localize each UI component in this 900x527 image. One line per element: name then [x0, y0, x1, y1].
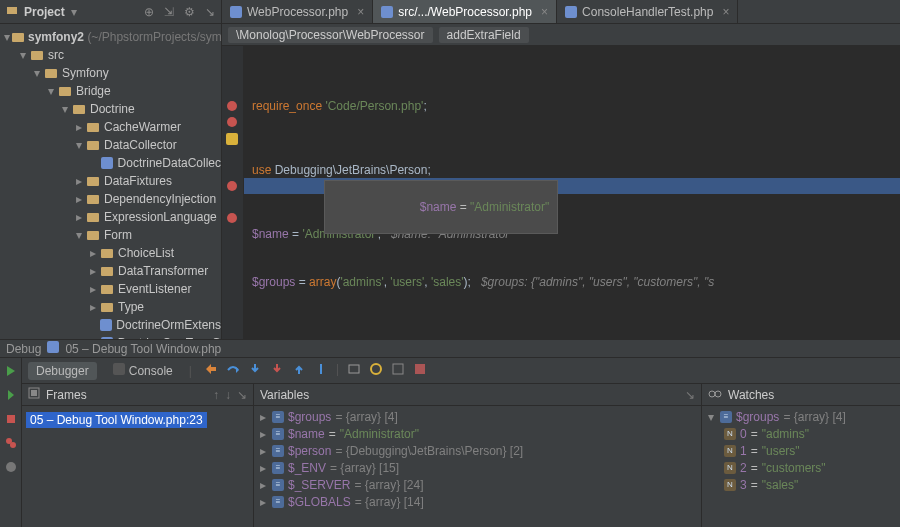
settings-icon[interactable] — [369, 362, 383, 379]
rerun-icon[interactable] — [4, 364, 18, 378]
crumb-class[interactable]: \Monolog\Processor\WebProcessor — [228, 27, 433, 43]
svg-rect-3 — [45, 69, 57, 78]
watches-pane: Watches ▾≡ $groups = {array} [4] N0 = "a… — [702, 384, 900, 527]
svg-rect-12 — [87, 231, 99, 240]
variables-title: Variables — [260, 388, 309, 402]
tab-debugger[interactable]: Debugger — [28, 362, 97, 380]
close-icon[interactable]: × — [722, 5, 729, 19]
tree-item[interactable]: ▸DataTransformer — [0, 262, 221, 280]
tree-item[interactable]: ▸DependencyInjection — [0, 190, 221, 208]
mute-bp-icon[interactable] — [4, 460, 18, 474]
svg-rect-35 — [31, 390, 37, 396]
php-file-icon — [230, 6, 242, 18]
svg-rect-28 — [113, 363, 125, 375]
tree-item[interactable]: ▾Form — [0, 226, 221, 244]
watch-item[interactable]: N1 = "users" — [706, 442, 896, 459]
svg-rect-13 — [101, 249, 113, 258]
breakpoint-icon[interactable] — [227, 181, 237, 191]
watches-title: Watches — [728, 388, 774, 402]
tree-item[interactable]: ▸DataFixtures — [0, 172, 221, 190]
show-exec-point-icon[interactable] — [204, 362, 218, 379]
force-step-into-icon[interactable] — [270, 362, 284, 379]
thread-next-icon[interactable]: ↓ — [225, 388, 231, 402]
watch-item[interactable]: N2 = "customers" — [706, 459, 896, 476]
svg-rect-15 — [101, 285, 113, 294]
tree-src[interactable]: ▾ src — [0, 46, 221, 64]
stop-icon[interactable] — [4, 412, 18, 426]
breakpoint-icon[interactable] — [227, 213, 237, 223]
frame-row[interactable]: 05 – Debug Tool Window.php:23 — [26, 412, 207, 428]
tab-console[interactable]: Console — [105, 361, 181, 380]
project-title: Project — [24, 5, 65, 19]
frames-title: Frames — [46, 388, 87, 402]
svg-rect-23 — [47, 341, 59, 353]
svg-rect-4 — [59, 87, 71, 96]
editor-tab[interactable]: src/.../WebProcessor.php× — [373, 0, 557, 23]
intention-bulb-icon[interactable] — [226, 133, 238, 145]
crumb-method[interactable]: addExtraField — [439, 27, 529, 43]
svg-rect-30 — [349, 365, 359, 373]
tree-item[interactable]: ▾Bridge — [0, 82, 221, 100]
svg-rect-17 — [100, 319, 112, 331]
tree-item[interactable]: ▸ExpressionLanguage — [0, 208, 221, 226]
tree-item[interactable]: ▸CacheWarmer — [0, 118, 221, 136]
variable-row[interactable]: ▸≡$_SERVER = {array} [24] — [258, 476, 697, 493]
close-icon[interactable]: × — [541, 5, 548, 19]
tree-root[interactable]: ▾ symfony2 (~/PhpstormProjects/symfo — [0, 28, 221, 46]
watch-item[interactable]: N3 = "sales" — [706, 476, 896, 493]
breadcrumb[interactable]: \Monolog\Processor\WebProcessor addExtra… — [222, 24, 900, 46]
step-out-icon[interactable] — [292, 362, 306, 379]
debug-session-label[interactable]: Debug 05 – Debug Tool Window.php — [0, 339, 900, 357]
tree-item[interactable]: ▸ChoiceList — [0, 244, 221, 262]
evaluate-icon[interactable] — [347, 362, 361, 379]
svg-point-26 — [10, 442, 16, 448]
breakpoint-icon[interactable] — [227, 117, 237, 127]
variable-row[interactable]: ▸≡$person = {Debugging\JetBrains\Person}… — [258, 442, 697, 459]
vars-menu-icon[interactable]: ↘ — [685, 388, 695, 402]
editor-gutter[interactable] — [222, 46, 244, 339]
target-icon[interactable]: ⊕ — [144, 5, 154, 19]
tree-item[interactable]: ▸EventListener — [0, 280, 221, 298]
step-over-icon[interactable] — [226, 362, 240, 379]
svg-point-31 — [371, 364, 381, 374]
tree-item[interactable]: DoctrineDataCollec — [0, 154, 221, 172]
layout-icon[interactable] — [413, 362, 427, 379]
gear-icon[interactable]: ⚙ — [184, 5, 195, 19]
frames-menu-icon[interactable]: ↘ — [237, 388, 247, 402]
watch-item[interactable]: N0 = "admins" — [706, 425, 896, 442]
svg-point-37 — [715, 391, 721, 397]
svg-rect-20 — [230, 6, 242, 18]
project-header: Project ▾ ⊕ ⇲ ⚙ ↘ — [0, 0, 221, 24]
pin-icon[interactable] — [391, 362, 405, 379]
close-icon[interactable]: × — [357, 5, 364, 19]
variable-row[interactable]: ▸≡$GLOBALS = {array} [14] — [258, 493, 697, 510]
project-tree[interactable]: ▾ symfony2 (~/PhpstormProjects/symfo ▾ s… — [0, 24, 221, 339]
svg-point-36 — [709, 391, 715, 397]
tree-item[interactable]: ▸Type — [0, 298, 221, 316]
tree-item[interactable]: ▾Doctrine — [0, 100, 221, 118]
php-file-icon — [381, 6, 393, 18]
tree-item[interactable]: ▾DataCollector — [0, 136, 221, 154]
tree-item[interactable]: ▾Symfony — [0, 64, 221, 82]
editor-tab[interactable]: WebProcessor.php× — [222, 0, 373, 23]
step-into-icon[interactable] — [248, 362, 262, 379]
svg-rect-22 — [565, 6, 577, 18]
run-to-cursor-icon[interactable] — [314, 362, 328, 379]
frames-pane: Frames ↑ ↓ ↘ 05 – Debug Tool Window.php:… — [22, 384, 254, 527]
breakpoints-icon[interactable] — [4, 436, 18, 450]
code-editor[interactable]: require_once 'Code/Person.php'; use Debu… — [222, 46, 900, 339]
variable-row[interactable]: ▸≡$groups = {array} [4] — [258, 408, 697, 425]
breakpoint-icon[interactable] — [227, 101, 237, 111]
thread-prev-icon[interactable]: ↑ — [213, 388, 219, 402]
editor-tab[interactable]: ConsoleHandlerTest.php× — [557, 0, 738, 23]
variable-row[interactable]: ▸≡$name = "Administrator" — [258, 425, 697, 442]
resume-icon[interactable] — [4, 388, 18, 402]
svg-rect-1 — [12, 33, 24, 42]
watch-row[interactable]: ▾≡ $groups = {array} [4] — [706, 408, 896, 425]
collapse-icon[interactable]: ⇲ — [164, 5, 174, 19]
hide-icon[interactable]: ↘ — [205, 5, 215, 19]
tree-item[interactable]: DoctrineOrmExtens — [0, 316, 221, 334]
variable-row[interactable]: ▸≡$_ENV = {array} [15] — [258, 459, 697, 476]
svg-rect-0 — [7, 7, 17, 14]
code-body[interactable]: require_once 'Code/Person.php'; use Debu… — [244, 46, 900, 339]
